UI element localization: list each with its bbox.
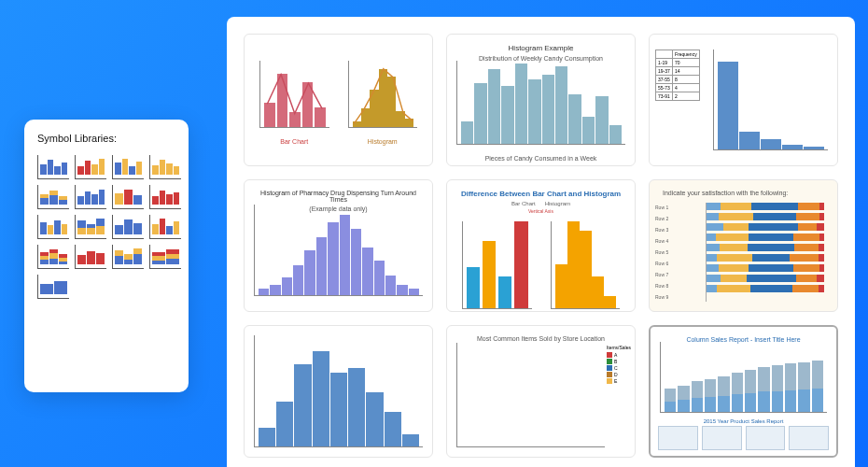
card6-stacked [706, 203, 824, 302]
card3-freq-table: Frequency 1-197019-371437-55855-73473-91… [655, 50, 700, 101]
card1-hist-label: Histogram [343, 138, 424, 145]
thumb-6[interactable] [75, 185, 106, 209]
thumb-16[interactable] [149, 245, 181, 269]
card-grid: Bar Chart Histogram Histogram Example Di… [244, 34, 838, 458]
thumb-3[interactable] [112, 155, 144, 179]
card5-title: Difference Between Bar Chart and Histogr… [456, 190, 625, 198]
thumbnail-grid [37, 155, 175, 299]
card6-title: Indicate your satisfaction with the foll… [659, 190, 828, 196]
template-card-3[interactable]: Frequency 1-197019-371437-55855-73473-91… [649, 34, 838, 166]
card4-title: Histogram of Pharmacy Drug Dispensing Tu… [254, 190, 423, 203]
thumb-10[interactable] [75, 215, 106, 239]
card2-xlabel: Pieces of Candy Consumed in a Week [447, 155, 635, 162]
template-card-2[interactable]: Histogram Example Distribution of Weekly… [446, 34, 636, 166]
card8-title: Most Common Items Sold by Store Location [456, 335, 625, 342]
card1-bar-mini: Bar Chart [254, 44, 335, 156]
thumb-1[interactable] [37, 155, 69, 179]
card8-legend: Items/Sales ABCDE [607, 345, 631, 385]
thumb-15[interactable] [112, 245, 144, 269]
card6-row-labels: Row 1Row 2Row 3Row 4Row 5Row 6Row 7Row 8… [655, 203, 704, 302]
template-card-1[interactable]: Bar Chart Histogram [244, 34, 433, 166]
card2-title: Histogram Example [456, 44, 625, 52]
thumb-12[interactable] [149, 215, 181, 239]
template-card-8[interactable]: Most Common Items Sold by Store Location… [446, 325, 636, 458]
template-card-5[interactable]: Difference Between Bar Chart and Histogr… [446, 179, 636, 312]
thumb-5[interactable] [37, 185, 69, 209]
thumb-13[interactable] [37, 245, 69, 269]
symbol-libraries-panel: Symbol Libraries: [24, 120, 189, 392]
thumb-17[interactable] [37, 275, 69, 299]
card1-bar-label: Bar Chart [254, 138, 335, 145]
template-card-7[interactable] [244, 325, 433, 458]
template-card-6[interactable]: Indicate your satisfaction with the foll… [649, 179, 838, 312]
template-gallery: Bar Chart Histogram Histogram Example Di… [227, 17, 855, 467]
thumb-14[interactable] [75, 245, 106, 269]
sidebar-title: Symbol Libraries: [37, 133, 175, 144]
thumb-2[interactable] [75, 155, 106, 179]
thumb-4[interactable] [149, 155, 181, 179]
template-card-4[interactable]: Histogram of Pharmacy Drug Dispensing Tu… [244, 179, 433, 312]
thumb-7[interactable] [112, 185, 144, 209]
card9-subpanels [658, 426, 829, 450]
template-card-9[interactable]: Column Sales Report - Insert Title Here … [649, 325, 838, 458]
thumb-8[interactable] [149, 185, 181, 209]
card1-hist-mini: Histogram [343, 44, 424, 156]
card9-sub: 2015 Year Product Sales Report [651, 418, 836, 424]
thumb-11[interactable] [112, 215, 144, 239]
thumb-9[interactable] [37, 215, 69, 239]
